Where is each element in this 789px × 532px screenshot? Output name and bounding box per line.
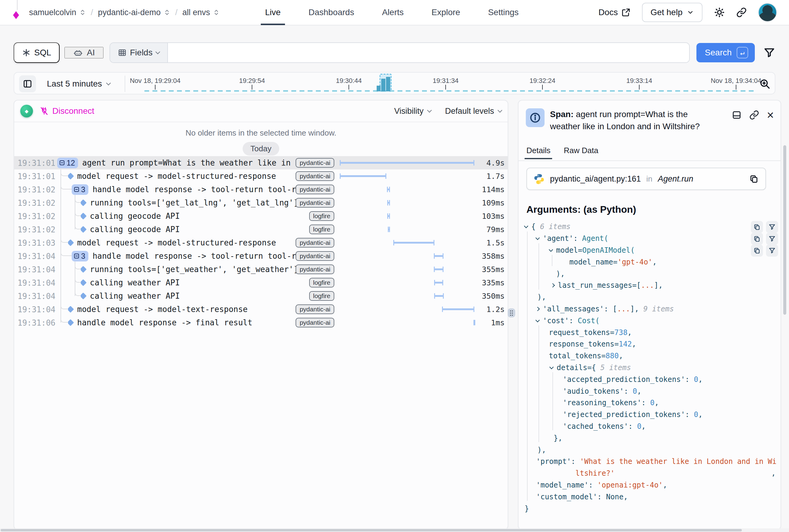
json-line-actions <box>751 221 778 233</box>
trace-row-content: model request -> model-structured-respon… <box>68 169 298 183</box>
tab-details[interactable]: Details <box>526 146 550 160</box>
logfire-logo-icon[interactable] <box>12 3 22 21</box>
filter-button[interactable] <box>766 245 778 256</box>
tab-explore[interactable]: Explore <box>431 0 460 25</box>
duration-bar-zone <box>340 209 474 223</box>
axis-tick-label: 19:33:14 <box>626 77 652 85</box>
filter-button[interactable] <box>766 221 778 233</box>
disconnect-button[interactable]: Disconnect <box>40 106 94 116</box>
expand-arrow-icon[interactable] <box>536 307 540 311</box>
today-chip[interactable]: Today <box>243 142 279 155</box>
share-link-button[interactable] <box>736 7 747 18</box>
trace-row[interactable]: 19:31:04running tools=['get_weather', 'g… <box>14 263 508 276</box>
trace-row[interactable]: 19:31:043handle model response -> tool-r… <box>14 249 508 263</box>
json-line-actions <box>751 233 778 245</box>
copy-button[interactable] <box>751 221 763 233</box>
docs-link[interactable]: Docs <box>598 7 631 17</box>
detail-scrollbar[interactable] <box>783 145 786 315</box>
sidebar-toggle-button[interactable] <box>19 75 36 92</box>
trace-list-panel: ◆ Disconnect Visibility Default levels N… <box>14 100 508 530</box>
tag-pill: pydantic-ai <box>295 198 334 208</box>
visibility-dropdown[interactable]: Visibility <box>394 107 431 116</box>
tag-cell: logfire <box>298 223 334 236</box>
trace-row-content: running tools=['get_weather', 'get_weath… <box>81 263 298 276</box>
tab-settings[interactable]: Settings <box>488 0 519 25</box>
trace-row-time: 19:31:01 <box>18 172 55 181</box>
time-range-dropdown[interactable]: Last 5 minutes <box>47 73 110 95</box>
token-key: model_name= <box>570 258 617 266</box>
collapse-arrow-icon[interactable] <box>549 248 553 252</box>
tab-live[interactable]: Live <box>265 0 281 25</box>
tag-pill: pydantic-ai <box>295 185 334 194</box>
funnel-icon <box>763 46 775 59</box>
search-input[interactable] <box>168 43 689 62</box>
timeline-zoom-button[interactable] <box>759 78 771 90</box>
span-name: agent run prompt=What is the weather lik… <box>82 158 298 167</box>
duration-bar <box>434 267 443 272</box>
copy-button[interactable] <box>751 245 763 256</box>
funnel-icon <box>768 235 776 242</box>
tab-dashboards[interactable]: Dashboards <box>309 0 354 25</box>
trace-row[interactable]: 19:31:02running tools=['get_lat_lng', 'g… <box>14 196 508 209</box>
duration-bar <box>388 227 390 232</box>
trace-row[interactable]: 19:31:02calling geocode APIlogfire103ms <box>14 209 508 223</box>
sql-mode-button[interactable]: SQL <box>14 42 60 63</box>
trace-row[interactable]: 19:31:03model request -> model-structure… <box>14 236 508 249</box>
token-key: 'reasoning_tokens' <box>563 399 641 407</box>
duration-bar-zone <box>340 196 474 209</box>
panel-bottom-icon[interactable] <box>732 110 742 120</box>
copy-button[interactable] <box>751 233 763 245</box>
breadcrumb-org[interactable]: samuelcolvin <box>29 8 86 17</box>
trace-row-time: 19:31:01 <box>18 158 55 168</box>
filter-button[interactable] <box>763 46 775 59</box>
breadcrumb-project[interactable]: pydantic-ai-demo <box>98 8 170 17</box>
copy-link-icon[interactable] <box>749 110 759 120</box>
collapse-arrow-icon[interactable] <box>536 318 540 322</box>
tab-raw-data[interactable]: Raw Data <box>564 146 598 160</box>
trace-row-content: handle model response -> final result <box>68 316 298 329</box>
breadcrumb-env[interactable]: all envs <box>182 8 220 17</box>
json-line: 'cost': Cost( <box>525 315 777 326</box>
axis-tick-mark <box>736 85 736 90</box>
trace-row[interactable]: 19:31:06handle model response -> final r… <box>14 316 508 329</box>
trace-row[interactable]: 19:31:01model request -> model-structure… <box>14 169 508 183</box>
ai-mode-button[interactable]: AI <box>64 47 103 58</box>
tab-alerts[interactable]: Alerts <box>382 0 404 25</box>
trace-row[interactable]: 19:31:04calling weather APIlogfire350ms <box>14 289 508 303</box>
duration-label: 1ms <box>462 318 505 327</box>
filter-button[interactable] <box>766 233 778 245</box>
collapse-arrow-icon[interactable] <box>550 365 554 369</box>
token-key: 'accepted_prediction_tokens' <box>563 375 685 384</box>
copy-button[interactable] <box>749 174 759 184</box>
default-levels-dropdown[interactable]: Default levels <box>445 107 502 116</box>
trace-row[interactable]: 19:31:02calling geocode APIlogfire79ms <box>14 223 508 236</box>
expand-arrow-icon[interactable] <box>551 283 555 287</box>
token-punc: , <box>623 493 628 501</box>
live-indicator[interactable]: ◆ <box>20 105 33 117</box>
collapse-badge[interactable]: 3 <box>72 184 88 195</box>
code-location-card[interactable]: pydantic_ai/agent.py:161 in Agent.run <box>526 168 766 190</box>
search-button[interactable]: Search ↵ <box>696 43 755 62</box>
duration-bar-zone <box>340 236 474 249</box>
trace-row[interactable]: 19:31:04calling weather APIlogfire335ms <box>14 276 508 289</box>
panel-resize-handle[interactable] <box>508 308 515 318</box>
token-punc: , <box>698 375 703 384</box>
span-name: handle model response -> tool-return too… <box>93 185 298 194</box>
fields-dropdown[interactable]: Fields <box>110 43 168 62</box>
horizontal-scrollbar[interactable] <box>0 528 789 532</box>
trace-row[interactable]: 19:31:0112agent run prompt=What is the w… <box>14 156 508 169</box>
collapse-arrow-icon[interactable] <box>524 224 528 228</box>
user-avatar[interactable] <box>758 3 777 22</box>
collapse-arrow-icon[interactable] <box>536 236 540 240</box>
close-icon[interactable]: × <box>767 111 774 119</box>
collapse-badge[interactable]: 12 <box>57 158 78 168</box>
trace-row[interactable]: 19:31:04model request -> model-text-resp… <box>14 303 508 316</box>
token-cls: Cost( <box>578 317 600 325</box>
span-diamond-icon <box>81 266 86 273</box>
collapse-badge[interactable]: 3 <box>72 251 88 262</box>
theme-toggle-button[interactable] <box>714 7 725 18</box>
duration-label: 1.5s <box>462 239 505 247</box>
trace-row[interactable]: 19:31:023handle model response -> tool-r… <box>14 183 508 196</box>
span-diamond-icon <box>68 240 74 246</box>
get-help-button[interactable]: Get help <box>642 3 703 22</box>
